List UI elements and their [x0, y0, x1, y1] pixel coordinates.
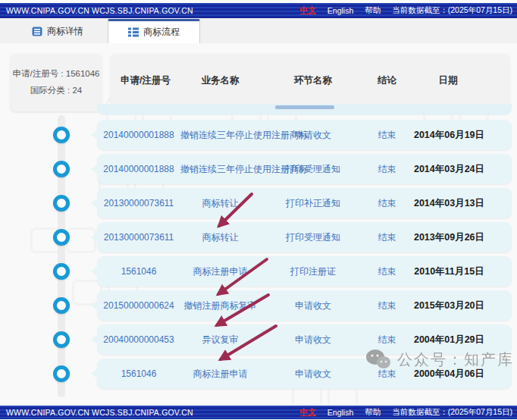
- cell-regno: 20140000001888: [97, 164, 180, 174]
- data-cutoff-text: 当前数据截至：(2025年07月15日): [392, 407, 512, 418]
- timeline-dot: [53, 195, 70, 212]
- help-link[interactable]: 帮助: [365, 407, 381, 418]
- timeline-dot: [53, 297, 70, 314]
- cell-result: 结束: [366, 129, 408, 142]
- registration-number-text: 申请/注册号 : 1561046: [11, 66, 102, 83]
- cell-result: 结束: [366, 299, 408, 312]
- tab-trademark-process[interactable]: 商标流程: [108, 19, 200, 43]
- site-url-text: WWW.CNIPA.GOV.CN WCJS.SBJ.CNIPA.GOV.CN: [0, 6, 300, 15]
- column-header-step: 环节名称: [260, 74, 366, 87]
- cell-step: 申请收文: [260, 129, 366, 142]
- timeline-dot: [53, 161, 70, 177]
- tab-trademark-details[interactable]: 商标详情: [24, 19, 91, 43]
- cell-regno: 1561046: [97, 368, 180, 379]
- table-row[interactable]: 20140000001888 撤销连续三年停止使用注册商标 打印受理通知 结束 …: [97, 154, 512, 184]
- cell-date: 2014年03月24日: [408, 163, 512, 176]
- cell-step: 打印受理通知: [260, 231, 366, 244]
- timeline-dot: [53, 127, 70, 143]
- trademark-info-card: 申请/注册号 : 1561046 国际分类 : 24: [11, 54, 102, 111]
- timeline-line: [58, 115, 65, 397]
- column-header-result: 结论: [366, 74, 408, 87]
- cell-step: 申请收文: [260, 334, 366, 346]
- table-row[interactable]: 20130000073611 商标转让 打印受理通知 结束 2013年09月26…: [97, 222, 512, 252]
- wechat-icon: [365, 349, 391, 370]
- lang-english-link[interactable]: English: [327, 408, 353, 417]
- wechat-watermark: 公众号：知产库: [365, 349, 514, 370]
- cell-regno: 20150000000624: [97, 300, 180, 311]
- cell-step: 申请收文: [260, 299, 366, 312]
- cell-date: 2004年01月29日: [408, 334, 512, 346]
- document-icon: [32, 27, 42, 36]
- cell-date: 2010年11月15日: [408, 265, 512, 278]
- cell-step: 打印受理通知: [260, 163, 366, 176]
- top-bar: WWW.CNIPA.GOV.CN WCJS.SBJ.CNIPA.GOV.CN 中…: [0, 3, 517, 18]
- cell-business: 商标转让: [180, 197, 260, 210]
- cell-result: 结束: [366, 231, 408, 244]
- cell-business: 撤销注册商标复审: [180, 299, 260, 312]
- cell-date: 2014年03月13日: [408, 197, 512, 210]
- lang-english-link[interactable]: English: [327, 6, 353, 15]
- cell-result: 结束: [366, 265, 408, 278]
- cell-step: 申请收文: [260, 368, 366, 381]
- cell-business: 商标注册申请: [180, 265, 260, 278]
- tab-bar: 商标详情 商标流程: [0, 18, 517, 44]
- cell-regno: 20140000001888: [97, 130, 180, 140]
- list-icon: [128, 27, 139, 37]
- table-header: 申请/注册号 业务名称 环节名称 结论 日期: [111, 54, 509, 107]
- watermark-text: 公众号：知产库: [397, 349, 514, 370]
- cell-business: 异议复审: [180, 334, 260, 346]
- cell-regno: 20130000073611: [97, 198, 180, 208]
- timeline-dot: [53, 365, 70, 382]
- timeline-dot: [53, 331, 70, 348]
- cell-result: 结束: [366, 334, 408, 346]
- cell-result: 结束: [366, 197, 408, 210]
- cell-business: 商标转让: [180, 231, 260, 244]
- lang-chinese-link[interactable]: 中文: [300, 5, 316, 16]
- lang-chinese-link[interactable]: 中文: [300, 407, 316, 418]
- column-header-regno: 申请/注册号: [111, 74, 180, 87]
- table-row[interactable]: 20150000000624 撤销注册商标复审 申请收文 结束 2015年03月…: [97, 290, 512, 321]
- cell-step: 打印补正通知: [260, 197, 366, 210]
- tab-label: 商标详情: [47, 25, 83, 38]
- tab-label: 商标流程: [143, 26, 180, 39]
- partial-table-row: [97, 104, 512, 115]
- data-cutoff-text: 当前数据截至：(2025年07月15日): [392, 5, 512, 16]
- cell-date: 2013年09月26日: [408, 231, 512, 244]
- bottom-bar: WWW.CNIPA.GOV.CN WCJS.SBJ.CNIPA.GOV.CN 中…: [0, 406, 517, 419]
- table-row[interactable]: 20140000001888 撤销连续三年停止使用注册商标 申请收文 结束 20…: [97, 120, 512, 150]
- international-class-text: 国际分类 : 24: [11, 83, 102, 99]
- clipped-row-text: [275, 105, 334, 109]
- cell-date: 2015年03月20日: [408, 299, 512, 312]
- timeline-dot: [53, 263, 70, 280]
- site-url-text: WWW.CNIPA.GOV.CN WCJS.SBJ.CNIPA.GOV.CN: [0, 408, 300, 417]
- cell-regno: 20040000000453: [97, 334, 180, 345]
- cell-date: 2014年06月19日: [408, 129, 512, 142]
- help-link[interactable]: 帮助: [365, 5, 381, 16]
- process-timeline-panel: 申请/注册号 : 1561046 国际分类 : 24 申请/注册号 业务名称 环…: [0, 43, 517, 406]
- table-row[interactable]: 20130000073611 商标转让 打印补正通知 结束 2014年03月13…: [97, 188, 512, 218]
- column-header-date: 日期: [408, 74, 509, 87]
- cell-step: 打印注册证: [260, 265, 366, 278]
- cell-business: 撤销连续三年停止使用注册商标: [180, 129, 260, 142]
- cell-regno: 20130000073611: [97, 232, 180, 243]
- cell-regno: 1561046: [97, 266, 180, 277]
- column-header-business: 业务名称: [180, 74, 260, 87]
- table-row[interactable]: 1561046 商标注册申请 打印注册证 结束 2010年11月15日: [97, 256, 512, 287]
- cell-result: 结束: [366, 163, 408, 176]
- timeline-dot: [53, 229, 70, 246]
- cell-business: 撤销连续三年停止使用注册商标: [180, 163, 260, 176]
- cnipa-trademark-process-page: WWW.CNIPA.GOV.CN WCJS.SBJ.CNIPA.GOV.CN 中…: [0, 0, 517, 420]
- cell-business: 商标注册申请: [180, 368, 260, 381]
